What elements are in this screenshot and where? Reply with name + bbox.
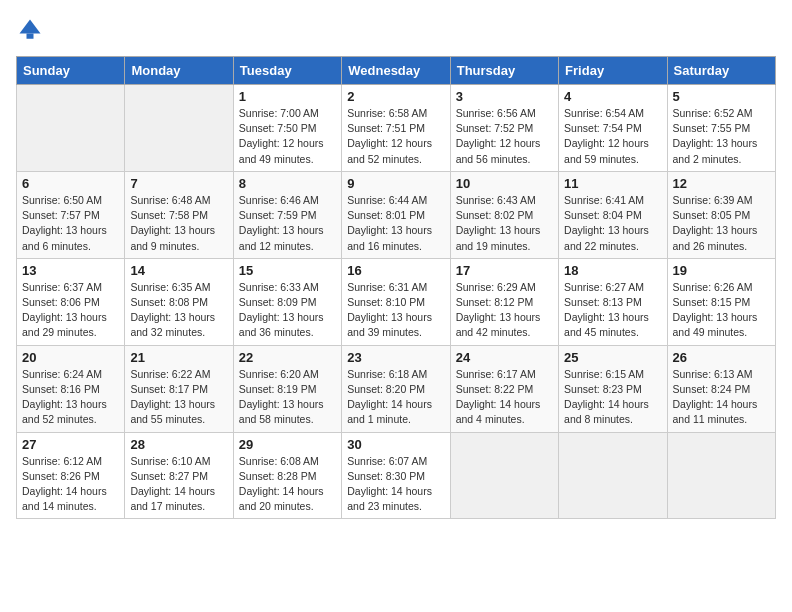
day-cell: 8Sunrise: 6:46 AM Sunset: 7:59 PM Daylig… (233, 171, 341, 258)
day-cell (559, 432, 667, 519)
day-cell: 10Sunrise: 6:43 AM Sunset: 8:02 PM Dayli… (450, 171, 558, 258)
header-cell-saturday: Saturday (667, 57, 775, 85)
day-number: 6 (22, 176, 119, 191)
svg-marker-0 (20, 20, 41, 34)
day-number: 27 (22, 437, 119, 452)
day-info: Sunrise: 6:18 AM Sunset: 8:20 PM Dayligh… (347, 367, 444, 428)
day-number: 9 (347, 176, 444, 191)
day-cell: 25Sunrise: 6:15 AM Sunset: 8:23 PM Dayli… (559, 345, 667, 432)
day-cell: 4Sunrise: 6:54 AM Sunset: 7:54 PM Daylig… (559, 85, 667, 172)
day-number: 4 (564, 89, 661, 104)
day-number: 16 (347, 263, 444, 278)
logo (16, 16, 46, 44)
day-info: Sunrise: 6:07 AM Sunset: 8:30 PM Dayligh… (347, 454, 444, 515)
week-row-3: 13Sunrise: 6:37 AM Sunset: 8:06 PM Dayli… (17, 258, 776, 345)
day-number: 17 (456, 263, 553, 278)
day-cell: 18Sunrise: 6:27 AM Sunset: 8:13 PM Dayli… (559, 258, 667, 345)
day-number: 15 (239, 263, 336, 278)
day-cell: 3Sunrise: 6:56 AM Sunset: 7:52 PM Daylig… (450, 85, 558, 172)
day-number: 5 (673, 89, 770, 104)
day-info: Sunrise: 6:20 AM Sunset: 8:19 PM Dayligh… (239, 367, 336, 428)
day-info: Sunrise: 6:39 AM Sunset: 8:05 PM Dayligh… (673, 193, 770, 254)
day-cell: 9Sunrise: 6:44 AM Sunset: 8:01 PM Daylig… (342, 171, 450, 258)
day-cell: 17Sunrise: 6:29 AM Sunset: 8:12 PM Dayli… (450, 258, 558, 345)
day-info: Sunrise: 6:12 AM Sunset: 8:26 PM Dayligh… (22, 454, 119, 515)
day-cell: 24Sunrise: 6:17 AM Sunset: 8:22 PM Dayli… (450, 345, 558, 432)
header (16, 16, 776, 44)
day-info: Sunrise: 6:48 AM Sunset: 7:58 PM Dayligh… (130, 193, 227, 254)
day-cell: 28Sunrise: 6:10 AM Sunset: 8:27 PM Dayli… (125, 432, 233, 519)
day-cell (667, 432, 775, 519)
day-number: 12 (673, 176, 770, 191)
day-cell: 19Sunrise: 6:26 AM Sunset: 8:15 PM Dayli… (667, 258, 775, 345)
header-cell-thursday: Thursday (450, 57, 558, 85)
day-info: Sunrise: 6:15 AM Sunset: 8:23 PM Dayligh… (564, 367, 661, 428)
day-info: Sunrise: 6:31 AM Sunset: 8:10 PM Dayligh… (347, 280, 444, 341)
day-cell: 13Sunrise: 6:37 AM Sunset: 8:06 PM Dayli… (17, 258, 125, 345)
calendar-table: SundayMondayTuesdayWednesdayThursdayFrid… (16, 56, 776, 519)
day-number: 14 (130, 263, 227, 278)
page-container: SundayMondayTuesdayWednesdayThursdayFrid… (0, 0, 792, 535)
day-cell: 30Sunrise: 6:07 AM Sunset: 8:30 PM Dayli… (342, 432, 450, 519)
day-number: 21 (130, 350, 227, 365)
day-number: 8 (239, 176, 336, 191)
header-cell-tuesday: Tuesday (233, 57, 341, 85)
day-number: 25 (564, 350, 661, 365)
day-cell: 2Sunrise: 6:58 AM Sunset: 7:51 PM Daylig… (342, 85, 450, 172)
day-info: Sunrise: 6:56 AM Sunset: 7:52 PM Dayligh… (456, 106, 553, 167)
day-info: Sunrise: 6:17 AM Sunset: 8:22 PM Dayligh… (456, 367, 553, 428)
day-number: 28 (130, 437, 227, 452)
day-info: Sunrise: 6:22 AM Sunset: 8:17 PM Dayligh… (130, 367, 227, 428)
day-number: 29 (239, 437, 336, 452)
day-cell (17, 85, 125, 172)
day-cell: 27Sunrise: 6:12 AM Sunset: 8:26 PM Dayli… (17, 432, 125, 519)
day-number: 7 (130, 176, 227, 191)
day-cell: 11Sunrise: 6:41 AM Sunset: 8:04 PM Dayli… (559, 171, 667, 258)
calendar-header-row: SundayMondayTuesdayWednesdayThursdayFrid… (17, 57, 776, 85)
week-row-2: 6Sunrise: 6:50 AM Sunset: 7:57 PM Daylig… (17, 171, 776, 258)
day-info: Sunrise: 6:50 AM Sunset: 7:57 PM Dayligh… (22, 193, 119, 254)
day-cell (125, 85, 233, 172)
day-info: Sunrise: 6:29 AM Sunset: 8:12 PM Dayligh… (456, 280, 553, 341)
day-number: 11 (564, 176, 661, 191)
day-info: Sunrise: 6:37 AM Sunset: 8:06 PM Dayligh… (22, 280, 119, 341)
day-info: Sunrise: 6:33 AM Sunset: 8:09 PM Dayligh… (239, 280, 336, 341)
header-cell-wednesday: Wednesday (342, 57, 450, 85)
day-number: 20 (22, 350, 119, 365)
day-info: Sunrise: 6:54 AM Sunset: 7:54 PM Dayligh… (564, 106, 661, 167)
day-info: Sunrise: 6:43 AM Sunset: 8:02 PM Dayligh… (456, 193, 553, 254)
day-info: Sunrise: 6:10 AM Sunset: 8:27 PM Dayligh… (130, 454, 227, 515)
calendar-body: 1Sunrise: 7:00 AM Sunset: 7:50 PM Daylig… (17, 85, 776, 519)
day-info: Sunrise: 6:58 AM Sunset: 7:51 PM Dayligh… (347, 106, 444, 167)
day-cell: 7Sunrise: 6:48 AM Sunset: 7:58 PM Daylig… (125, 171, 233, 258)
day-number: 10 (456, 176, 553, 191)
day-info: Sunrise: 6:24 AM Sunset: 8:16 PM Dayligh… (22, 367, 119, 428)
day-cell: 22Sunrise: 6:20 AM Sunset: 8:19 PM Dayli… (233, 345, 341, 432)
day-info: Sunrise: 6:52 AM Sunset: 7:55 PM Dayligh… (673, 106, 770, 167)
svg-rect-1 (27, 34, 34, 39)
day-cell: 20Sunrise: 6:24 AM Sunset: 8:16 PM Dayli… (17, 345, 125, 432)
day-cell: 14Sunrise: 6:35 AM Sunset: 8:08 PM Dayli… (125, 258, 233, 345)
day-cell: 6Sunrise: 6:50 AM Sunset: 7:57 PM Daylig… (17, 171, 125, 258)
day-cell: 1Sunrise: 7:00 AM Sunset: 7:50 PM Daylig… (233, 85, 341, 172)
day-info: Sunrise: 7:00 AM Sunset: 7:50 PM Dayligh… (239, 106, 336, 167)
day-info: Sunrise: 6:27 AM Sunset: 8:13 PM Dayligh… (564, 280, 661, 341)
header-cell-friday: Friday (559, 57, 667, 85)
day-number: 30 (347, 437, 444, 452)
day-cell (450, 432, 558, 519)
day-cell: 5Sunrise: 6:52 AM Sunset: 7:55 PM Daylig… (667, 85, 775, 172)
day-info: Sunrise: 6:44 AM Sunset: 8:01 PM Dayligh… (347, 193, 444, 254)
day-info: Sunrise: 6:08 AM Sunset: 8:28 PM Dayligh… (239, 454, 336, 515)
day-cell: 29Sunrise: 6:08 AM Sunset: 8:28 PM Dayli… (233, 432, 341, 519)
day-cell: 16Sunrise: 6:31 AM Sunset: 8:10 PM Dayli… (342, 258, 450, 345)
day-number: 24 (456, 350, 553, 365)
week-row-5: 27Sunrise: 6:12 AM Sunset: 8:26 PM Dayli… (17, 432, 776, 519)
day-number: 22 (239, 350, 336, 365)
day-info: Sunrise: 6:13 AM Sunset: 8:24 PM Dayligh… (673, 367, 770, 428)
day-number: 18 (564, 263, 661, 278)
day-number: 23 (347, 350, 444, 365)
day-info: Sunrise: 6:41 AM Sunset: 8:04 PM Dayligh… (564, 193, 661, 254)
day-info: Sunrise: 6:26 AM Sunset: 8:15 PM Dayligh… (673, 280, 770, 341)
day-cell: 21Sunrise: 6:22 AM Sunset: 8:17 PM Dayli… (125, 345, 233, 432)
logo-icon (16, 16, 44, 44)
